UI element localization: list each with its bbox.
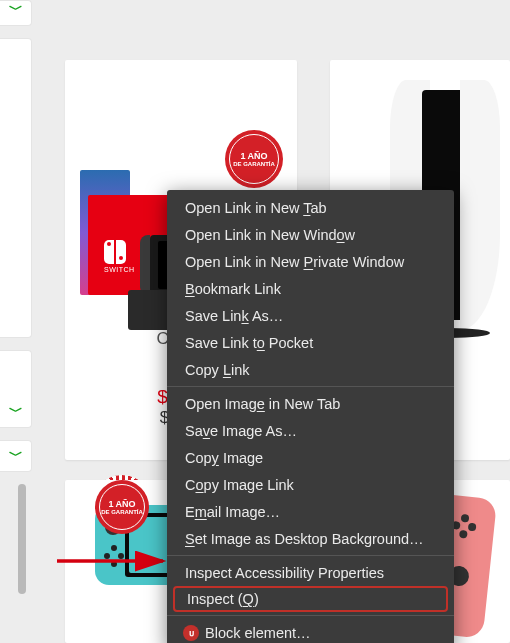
ctx-block-element[interactable]: ᴜ Block element… bbox=[167, 619, 454, 643]
sidebar-filter-column: ﹀ ﹀ ﹀ bbox=[0, 0, 40, 643]
ctx-copy-link[interactable]: Copy Link bbox=[167, 356, 454, 383]
ctx-bookmark-link[interactable]: Bookmark Link bbox=[167, 275, 454, 302]
ctx-inspect-accessibility[interactable]: Inspect Accessibility Properties bbox=[167, 559, 454, 586]
ctx-copy-image-link[interactable]: Copy Image Link bbox=[167, 471, 454, 498]
ctx-inspect[interactable]: Inspect (Q) bbox=[173, 586, 448, 612]
chevron-down-icon: ﹀ bbox=[9, 1, 23, 19]
ublock-icon: ᴜ bbox=[183, 625, 199, 641]
context-menu: Open Link in New Tab Open Link in New Wi… bbox=[167, 190, 454, 643]
switch-logo-text: SWITCH bbox=[104, 266, 144, 273]
ctx-save-link-as[interactable]: Save Link As… bbox=[167, 302, 454, 329]
ctx-open-image-new-tab[interactable]: Open Image in New Tab bbox=[167, 390, 454, 417]
ctx-save-image-as[interactable]: Save Image As… bbox=[167, 417, 454, 444]
ctx-separator bbox=[167, 615, 454, 616]
filter-panel-4[interactable]: ﹀ bbox=[0, 440, 32, 472]
ctx-save-link-pocket[interactable]: Save Link to Pocket bbox=[167, 329, 454, 356]
warranty-badge: 1 AÑODE GARANTÍA bbox=[225, 130, 283, 188]
ctx-set-desktop-background[interactable]: Set Image as Desktop Background… bbox=[167, 525, 454, 552]
switch-logo-icon bbox=[104, 240, 144, 264]
ctx-copy-image[interactable]: Copy Image bbox=[167, 444, 454, 471]
warranty-badge: 1 AÑODE GARANTÍA bbox=[95, 480, 149, 534]
ctx-separator bbox=[167, 555, 454, 556]
filter-panel-2[interactable] bbox=[0, 38, 32, 338]
ctx-open-link-private-window[interactable]: Open Link in New Private Window bbox=[167, 248, 454, 275]
ctx-open-link-new-tab[interactable]: Open Link in New Tab bbox=[167, 194, 454, 221]
chevron-down-icon: ﹀ bbox=[9, 447, 23, 465]
ctx-open-link-new-window[interactable]: Open Link in New Window bbox=[167, 221, 454, 248]
ctx-email-image[interactable]: Email Image… bbox=[167, 498, 454, 525]
filter-panel-3[interactable]: ﹀ bbox=[0, 350, 32, 428]
chevron-down-icon: ﹀ bbox=[9, 403, 23, 421]
ctx-separator bbox=[167, 386, 454, 387]
sidebar-scrollbar[interactable] bbox=[18, 484, 26, 594]
filter-panel-1[interactable]: ﹀ bbox=[0, 0, 32, 26]
